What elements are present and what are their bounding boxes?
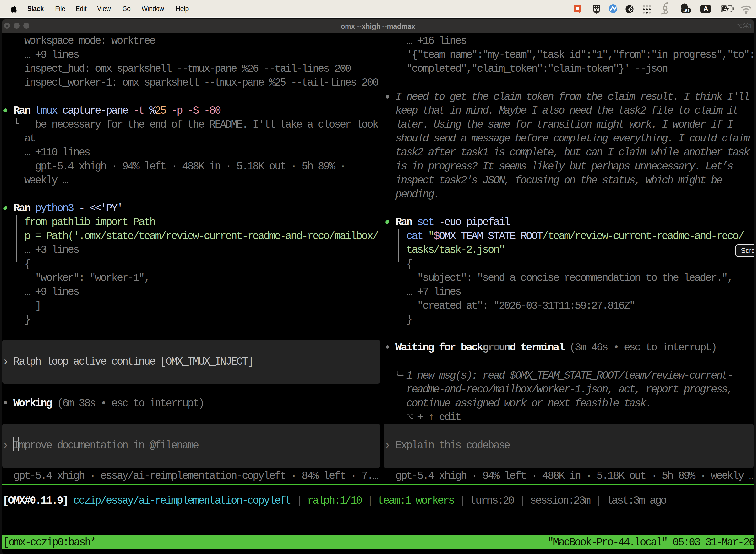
svg-text:..61: ..61 (683, 8, 690, 13)
svg-text:1: 1 (749, 22, 752, 29)
svg-text:A: A (703, 5, 708, 13)
